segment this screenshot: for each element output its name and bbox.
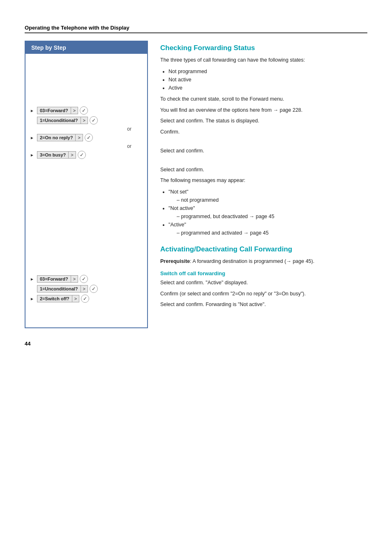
msg-not-set-sub: not programmed <box>177 196 367 204</box>
bullet-active: Active <box>168 84 367 92</box>
step-arrow-2[interactable]: > <box>81 117 88 124</box>
play-icon-3: ► <box>29 152 35 158</box>
play-icon-2: ► <box>29 134 35 141</box>
right-column: Checking Forwarding Status The three typ… <box>156 41 367 328</box>
messages-heading: The following messages may appear: <box>160 177 367 184</box>
step-label-group-5: 03=Forward? > <box>37 275 78 283</box>
status-bullets: Not programmed Not active Active <box>168 67 367 92</box>
msg-active: "Active" programmed and activated → page… <box>168 221 367 237</box>
bullet-not-programmed: Not programmed <box>168 67 367 76</box>
step-row-noreply: ► 2=On no reply? > ✓ <box>29 134 144 142</box>
section-activating: Activating/Deactivating Call Forwarding … <box>160 245 367 309</box>
step-label-group-6: 1=Unconditional? > <box>37 285 88 292</box>
step-label-busy: 3=On busy? <box>37 151 69 159</box>
heading-activating: Activating/Deactivating Call Forwarding <box>160 245 367 253</box>
step-label-group-1: 03=Forward? > <box>37 107 78 114</box>
step-note-unconditional-1: Confirm. <box>160 128 367 136</box>
step-row-forward-2: ► 03=Forward? > ✓ <box>29 275 144 283</box>
or-space-2 <box>160 158 367 164</box>
step-box: Step by Step ► 03=Forward? > ✓ ► <box>25 41 148 328</box>
section-checking: Checking Forwarding Status The three typ… <box>160 44 367 237</box>
play-icon-5: ► <box>29 295 35 302</box>
left-column: Step by Step ► 03=Forward? > ✓ ► <box>25 41 156 328</box>
step-label-group-2: 1=Unconditional? > <box>37 117 88 124</box>
step-note-forward-1: Select and confirm. The status is displa… <box>160 117 367 125</box>
prerequisite-text: Prerequisite: A forwarding destination i… <box>160 258 367 265</box>
intro-text: The three types of call forwarding can h… <box>160 56 367 64</box>
msg-not-active: "Not active" programmed, but deactivated… <box>168 204 367 221</box>
step-check-6: ✓ <box>90 285 98 293</box>
check-state-text: To check the current state, scroll to th… <box>160 95 367 103</box>
step-note-unconditional-2: Confirm (or select and confirm "2=On no … <box>160 290 367 298</box>
step-row-unconditional-1: ► 1=Unconditional? > ✓ <box>29 116 144 124</box>
section-header-text: Operating the Telephone with the Display <box>25 25 129 31</box>
or-space-1 <box>160 139 367 145</box>
two-col-layout: Step by Step ► 03=Forward? > ✓ ► <box>25 41 367 328</box>
or-divider-1: or <box>29 126 144 132</box>
step-row-forward-1: ► 03=Forward? > ✓ <box>29 106 144 115</box>
msg-not-set-detail: not programmed <box>177 196 367 204</box>
subheading-switch-off: Switch off call forwarding <box>160 270 367 276</box>
arrow-ref-1: → <box>273 107 279 113</box>
step-row-busy: ► 3=On busy? > ✓ <box>29 151 144 159</box>
checking-steps-group: ► 03=Forward? > ✓ ► 1=Unconditional? > <box>25 54 147 159</box>
step-note-switchoff: Select and confirm. Forwarding is "Not a… <box>160 301 367 309</box>
step-label-switchoff: 2=Switch off? <box>37 295 72 302</box>
page-wrapper: Operating the Telephone with the Display… <box>0 0 392 363</box>
overview-text: You will find an overview of the options… <box>160 106 367 114</box>
step-check-5: ✓ <box>80 275 88 283</box>
step-arrow-4[interactable]: > <box>69 151 76 159</box>
section-header: Operating the Telephone with the Display <box>25 25 367 33</box>
step-arrow-7[interactable]: > <box>72 295 79 302</box>
msg-not-active-sub: programmed, but deactivated → page 45 <box>177 212 367 221</box>
or-divider-2: or <box>29 143 144 149</box>
step-check-2: ✓ <box>90 116 98 124</box>
step-arrow-1[interactable]: > <box>71 107 78 114</box>
play-icon-1: ► <box>29 107 35 114</box>
step-check-3: ✓ <box>85 134 93 142</box>
step-label-noreply: 2=On no reply? <box>37 134 76 141</box>
step-label-forward-2: 03=Forward? <box>37 275 71 283</box>
switching-steps-group: ► 03=Forward? > ✓ ► 1=Unconditional? > <box>25 270 147 303</box>
step-note-busy: Select and confirm. <box>160 166 367 174</box>
play-icon-4: ► <box>29 276 35 282</box>
step-check-7: ✓ <box>81 295 89 303</box>
step-label-forward-1: 03=Forward? <box>37 107 71 114</box>
step-label-unconditional-2: 1=Unconditional? <box>37 285 81 292</box>
step-row-unconditional-2: ► 1=Unconditional? > ✓ <box>29 285 144 293</box>
step-row-switchoff: ► 2=Switch off? > ✓ <box>29 295 144 303</box>
messages-section: The following messages may appear: "Not … <box>160 177 367 237</box>
step-label-group-4: 3=On busy? > <box>37 151 76 159</box>
step-arrow-6[interactable]: > <box>81 285 88 292</box>
step-arrow-5[interactable]: > <box>71 275 78 283</box>
step-check-4: ✓ <box>78 151 86 159</box>
step-label-group-7: 2=Switch off? > <box>37 295 79 302</box>
msg-not-set: "Not set" not programmed <box>168 188 367 204</box>
bullet-not-active: Not active <box>168 76 367 84</box>
messages-list: "Not set" not programmed "Not active" pr… <box>168 188 367 237</box>
step-label-group-3: 2=On no reply? > <box>37 134 83 141</box>
msg-active-sub: programmed and activated → page 45 <box>177 229 367 237</box>
page-number: 44 <box>25 341 367 347</box>
prerequisite-label: Prerequisite <box>160 258 190 264</box>
step-arrow-3[interactable]: > <box>76 134 83 141</box>
msg-not-active-detail: programmed, but deactivated → page 45 <box>177 212 367 221</box>
step-note-forward-2: Select and confirm. "Active" displayed. <box>160 279 367 287</box>
heading-checking: Checking Forwarding Status <box>160 44 367 52</box>
step-check-1: ✓ <box>80 106 88 115</box>
step-note-noreply: Select and confirm. <box>160 147 367 155</box>
step-by-step-header: Step by Step <box>25 41 147 54</box>
step-label-unconditional-1: 1=Unconditional? <box>37 117 81 124</box>
msg-active-detail: programmed and activated → page 45 <box>177 229 367 237</box>
